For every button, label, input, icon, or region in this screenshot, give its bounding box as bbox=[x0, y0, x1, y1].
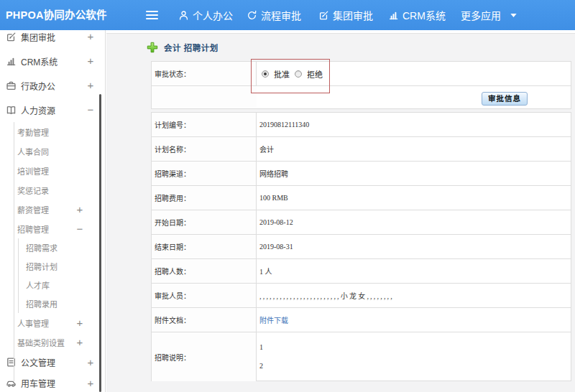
field-value-text: 2019-08-31 bbox=[259, 243, 293, 251]
field-value-text: 会计 bbox=[259, 144, 274, 154]
approval-status-table: 审批状态： 批准拒绝 审批信息 bbox=[151, 61, 571, 109]
approval-status-label: 审批状态： bbox=[152, 62, 257, 85]
sidebar-item-招聘管理[interactable]: 招聘管理− bbox=[0, 219, 105, 238]
sidebar-item-基础类别设置[interactable]: 基础类别设置+ bbox=[0, 332, 105, 352]
field-value-text: 100 RMB bbox=[259, 194, 288, 202]
field-label: 招聘人数： bbox=[152, 259, 257, 283]
expand-plus-icon[interactable]: + bbox=[75, 205, 85, 215]
field-row-2: 计划名称：会计 bbox=[152, 137, 571, 162]
radio-label[interactable]: 批准 bbox=[274, 68, 290, 80]
plan-detail-table: 计划编号：20190812111340计划名称：会计招聘渠道：网络招聘招聘费用：… bbox=[151, 112, 571, 381]
top-nav-item-2[interactable]: 流程审批 bbox=[247, 0, 301, 30]
field-value: 会计 bbox=[257, 137, 571, 161]
book-icon bbox=[6, 105, 17, 116]
field-row-7: 招聘人数：1 人 bbox=[152, 259, 571, 284]
field-row-9: 附件文档：附件下载 bbox=[152, 308, 571, 332]
sidebar-item-label: 考勤管理 bbox=[17, 126, 49, 138]
sidebar-item-招聘计划[interactable]: 招聘计划 bbox=[0, 257, 105, 276]
radio-批准-selected[interactable] bbox=[262, 70, 269, 78]
description-line: 1 bbox=[259, 338, 263, 357]
user-icon bbox=[178, 10, 189, 21]
expand-plus-icon[interactable]: + bbox=[75, 337, 85, 347]
process-icon bbox=[247, 10, 257, 21]
top-navigation-bar: PHPOA协同办公软件 个人办公流程审批集团审批CRM系统更多应用 bbox=[0, 0, 575, 30]
top-nav-label: 个人办公 bbox=[193, 8, 233, 22]
top-nav-item-3[interactable]: 集团审批 bbox=[318, 0, 373, 30]
field-label: 计划编号： bbox=[152, 113, 257, 136]
field-value: 100 RMB bbox=[257, 186, 571, 210]
sidebar-item-考勤管理[interactable]: 考勤管理 bbox=[0, 122, 105, 141]
collapse-minus-icon[interactable]: − bbox=[75, 224, 85, 234]
hamburger-menu-icon[interactable] bbox=[146, 11, 158, 19]
sidebar-item-label: 集团审批 bbox=[21, 31, 55, 43]
field-label: 附件文档： bbox=[152, 308, 257, 332]
field-label: 招聘费用： bbox=[152, 186, 257, 210]
content-top-strip bbox=[106, 30, 575, 34]
sidebar-item-薪资管理[interactable]: 薪资管理+ bbox=[0, 200, 105, 219]
sidebar-item-招聘需求[interactable]: 招聘需求 bbox=[0, 238, 105, 257]
expand-plus-icon[interactable]: + bbox=[86, 32, 96, 42]
sidebar-item-培训管理[interactable]: 培训管理 bbox=[0, 161, 105, 180]
field-row-4: 招聘费用：100 RMB bbox=[152, 186, 571, 210]
caret-down-icon bbox=[510, 14, 517, 17]
top-nav-item-5[interactable]: 更多应用 bbox=[461, 0, 517, 30]
sidebar-item-人力资源[interactable]: 人力资源− bbox=[0, 98, 105, 122]
expand-plus-icon[interactable]: + bbox=[86, 358, 96, 368]
sidebar-item-人才库[interactable]: 人才库 bbox=[0, 276, 105, 294]
sidebar-item-奖惩记录[interactable]: 奖惩记录 bbox=[0, 180, 105, 200]
sidebar-item-行政办公[interactable]: 行政办公+ bbox=[0, 73, 105, 98]
car-icon bbox=[6, 378, 17, 388]
page-title: 会计 招聘计划 bbox=[164, 42, 218, 53]
expand-plus-icon[interactable]: + bbox=[86, 378, 96, 388]
sidebar-item-集团审批[interactable]: 集团审批+ bbox=[0, 30, 105, 49]
field-value: 20190812111340 bbox=[257, 113, 571, 136]
sidebar-item-label: 培训管理 bbox=[17, 165, 49, 177]
sidebar-item-CRM系统[interactable]: CRM系统+ bbox=[0, 49, 105, 73]
top-nav-label: 流程审批 bbox=[261, 8, 301, 22]
sidebar-item-用车管理[interactable]: 用车管理+ bbox=[0, 373, 105, 392]
briefcase-icon bbox=[6, 80, 17, 91]
top-nav-item-4[interactable]: CRM系统 bbox=[388, 0, 446, 30]
page-title-row: 会计 招聘计划 bbox=[147, 41, 218, 53]
expand-plus-icon[interactable]: + bbox=[86, 80, 96, 90]
field-value-text: 网络招聘 bbox=[259, 168, 288, 179]
approval-info-button[interactable]: 审批信息 bbox=[482, 92, 528, 106]
main-content: 会计 招聘计划 审批状态： 批准拒绝 审批信息 计划编号：20190812111… bbox=[106, 30, 575, 392]
field-label: 招聘说明： bbox=[152, 332, 257, 381]
field-value: 1 人 bbox=[257, 259, 571, 283]
top-nav-label: CRM系统 bbox=[402, 8, 446, 22]
radio-拒绝[interactable] bbox=[295, 70, 302, 78]
top-nav-item-1[interactable]: 个人办公 bbox=[178, 0, 233, 30]
field-value: 附件下载 bbox=[257, 308, 571, 332]
collapse-minus-icon[interactable]: − bbox=[86, 105, 96, 115]
sidebar: 集团审批+CRM系统+行政办公+人力资源−考勤管理人事合同培训管理奖惩记录薪资管… bbox=[0, 30, 106, 392]
sidebar-item-label: 人事管理 bbox=[17, 317, 49, 329]
sidebar-item-label: 招聘录用 bbox=[26, 298, 58, 309]
description-line: 2 bbox=[259, 357, 263, 375]
field-label: 计划名称： bbox=[152, 137, 257, 161]
sidebar-item-人事管理[interactable]: 人事管理+ bbox=[0, 313, 105, 332]
sidebar-item-招聘录用[interactable]: 招聘录用 bbox=[0, 294, 105, 313]
radio-label[interactable]: 拒绝 bbox=[307, 68, 323, 80]
field-value-text: 20190812111340 bbox=[259, 121, 309, 129]
field-label: 招聘渠道： bbox=[152, 162, 257, 185]
field-label: 审批人员： bbox=[152, 284, 257, 307]
expand-plus-icon[interactable]: + bbox=[75, 318, 85, 328]
sidebar-item-label: 人事合同 bbox=[17, 146, 49, 157]
field-row-8: 审批人员：,,,,,,,,,,,,,,,,,,,,,,,,小龙女,,,,,,,, bbox=[152, 284, 571, 308]
sidebar-scrollbar[interactable] bbox=[99, 94, 101, 392]
sidebar-item-人事合同[interactable]: 人事合同 bbox=[0, 141, 105, 161]
field-label: 结束日期： bbox=[152, 235, 257, 258]
sidebar-item-公文管理[interactable]: 公文管理+ bbox=[0, 352, 105, 373]
doc-icon bbox=[6, 357, 17, 368]
field-row-10: 招聘说明：12 bbox=[152, 332, 571, 381]
sidebar-item-label: 用车管理 bbox=[21, 377, 55, 389]
sidebar-item-label: 招聘需求 bbox=[26, 242, 58, 253]
tree-guideline bbox=[18, 238, 19, 313]
field-row-6: 结束日期：2019-08-31 bbox=[152, 235, 571, 259]
sidebar-item-label: 行政办公 bbox=[21, 80, 55, 92]
expand-plus-icon[interactable]: + bbox=[86, 56, 96, 66]
attachment-download-link[interactable]: 附件下载 bbox=[259, 314, 288, 325]
sidebar-item-label: CRM系统 bbox=[21, 55, 58, 67]
top-nav-label: 更多应用 bbox=[461, 8, 501, 22]
